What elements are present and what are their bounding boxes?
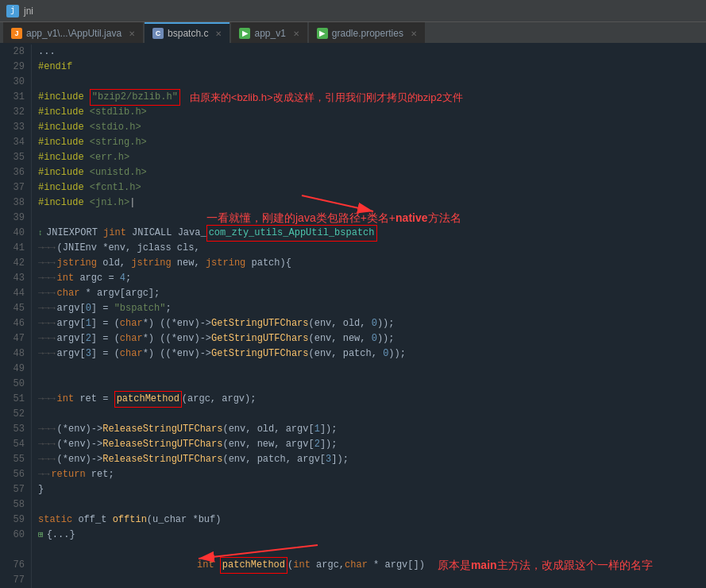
code-line-48: →→→argv[3] = (char*) ((*env)->GetStringU… xyxy=(32,346,706,362)
code-line-32: #include <stdlib.h> xyxy=(32,105,706,120)
gradle-icon2: ▶ xyxy=(317,28,328,39)
code-line-39: 一看就懂，刚建的java类包路径+类名+native方法名 xyxy=(32,211,706,226)
code-line-47: →→→argv[2] = (char*) ((*env)->GetStringU… xyxy=(32,331,706,346)
code-line-59: static off_t offtin(u_char *buf) xyxy=(32,513,706,528)
code-line-44: →→→char * argv[argc]; xyxy=(32,286,706,301)
code-area[interactable]: ... #endif #include "bzip2/bzlib.h" 由原来的… xyxy=(32,44,706,588)
gradle-icon: ▶ xyxy=(239,28,250,39)
title-bar: j jni xyxy=(0,0,706,22)
tab-label: bspatch.c xyxy=(168,28,208,39)
code-line-60: ⊞{...} xyxy=(32,528,706,543)
code-line-52 xyxy=(32,407,706,422)
code-line-46: →→→argv[1] = (char*) ((*env)->GetStringU… xyxy=(32,316,706,331)
code-line-77 xyxy=(32,573,706,588)
code-line-36: #include <unistd.h> xyxy=(32,165,706,180)
code-line-53: →→→(*env)->ReleaseStringUTFChars(env, ol… xyxy=(32,422,706,437)
tab-label: app_v1 xyxy=(254,28,285,39)
tab-app-util[interactable]: J app_v1\...\AppUtil.java ✕ xyxy=(3,22,143,43)
tab-close-icon[interactable]: ✕ xyxy=(411,29,417,38)
tab-app-v1[interactable]: ▶ app_v1 ✕ xyxy=(231,22,307,43)
code-line-42: →→→jstring old, jstring new, jstring pat… xyxy=(32,256,706,271)
code-line-43: →→→int argc = 4; xyxy=(32,271,706,286)
code-line-55: →→→(*env)->ReleaseStringUTFChars(env, pa… xyxy=(32,452,706,467)
tab-bar: J app_v1\...\AppUtil.java ✕ C bspatch.c … xyxy=(0,22,706,44)
tab-close-icon[interactable]: ✕ xyxy=(129,29,135,38)
code-line-35: #include <err.h> xyxy=(32,150,706,165)
editor: 28 29 30 31 32 33 34 35 36 37 38 39 40 4… xyxy=(0,44,706,588)
java-icon: J xyxy=(11,28,22,39)
code-line-49 xyxy=(32,362,706,377)
code-line-50 xyxy=(32,377,706,392)
code-line-29: #endif xyxy=(32,60,706,75)
tab-gradle[interactable]: ▶ gradle.properties ✕ xyxy=(309,22,425,43)
app-icon: j xyxy=(6,5,19,17)
code-line-28: ... xyxy=(32,44,706,60)
code-line-38: #include <jni.h>| xyxy=(32,195,706,211)
code-line-41: →→→(JNIEnv *env, jclass cls, xyxy=(32,241,706,256)
tab-label: app_v1\...\AppUtil.java xyxy=(26,28,122,39)
tab-close-icon[interactable]: ✕ xyxy=(215,29,222,38)
code-line-31: #include "bzip2/bzlib.h" 由原来的<bzlib.h>改成… xyxy=(32,90,706,105)
code-line-40: ↕ JNIEXPORT jint JNICALL Java_com_zty_ut… xyxy=(32,226,706,241)
c-icon: C xyxy=(152,28,164,39)
code-line-57: } xyxy=(32,482,706,497)
code-line-56: →→return ret; xyxy=(32,467,706,482)
code-line-37: #include <fcntl.h> xyxy=(32,180,706,195)
code-line-gap xyxy=(32,543,706,558)
code-line-30 xyxy=(32,75,706,90)
code-line-33: #include <stdio.h> xyxy=(32,120,706,135)
tab-label: gradle.properties xyxy=(332,28,403,39)
code-line-54: →→→(*env)->ReleaseStringUTFChars(env, ne… xyxy=(32,437,706,452)
tab-bspatch[interactable]: C bspatch.c ✕ xyxy=(145,22,230,43)
code-line-34: #include <string.h> xyxy=(32,135,706,150)
code-line-58 xyxy=(32,497,706,513)
code-line-76: int patchMethod(int argc,char * argv[]) … xyxy=(32,558,706,573)
title-text: jni xyxy=(24,6,33,17)
line-numbers: 28 29 30 31 32 33 34 35 36 37 38 39 40 4… xyxy=(0,44,32,588)
code-line-45: →→→argv[0] = "bspatch"; xyxy=(32,301,706,316)
tab-close-icon[interactable]: ✕ xyxy=(293,29,299,38)
code-line-51: →→→int ret = patchMethod(argc, argv); xyxy=(32,392,706,407)
